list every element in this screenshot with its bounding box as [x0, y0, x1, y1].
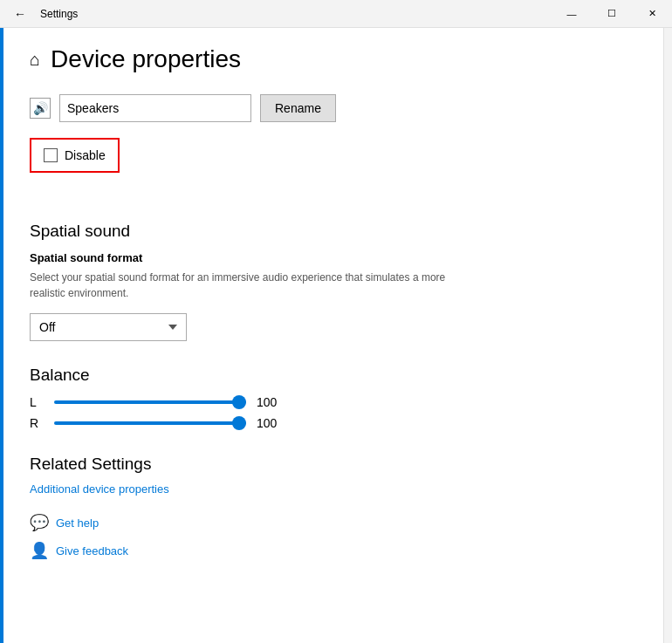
balance-section: Balance L 100 R 100 — [30, 366, 637, 430]
disable-section: Disable — [30, 138, 637, 197]
additional-device-properties-link[interactable]: Additional device properties — [30, 482, 637, 496]
left-channel-label: L — [30, 395, 44, 409]
disable-label[interactable]: Disable — [65, 148, 106, 162]
content-area: ⌂ Device properties 🔊 Rename Disable Spa… — [0, 28, 672, 643]
related-settings-section: Related Settings Additional device prope… — [30, 455, 637, 496]
bottom-links: 💬 Get help 👤 Give feedback — [30, 513, 637, 560]
title-bar-left: ← Settings — [7, 3, 78, 24]
get-help-link[interactable]: Get help — [56, 516, 99, 530]
give-feedback-link[interactable]: Give feedback — [56, 544, 128, 557]
give-feedback-icon: 👤 — [30, 541, 49, 560]
related-settings-title: Related Settings — [30, 455, 637, 474]
page-heading: ⌂ Device properties — [30, 45, 637, 73]
title-bar-title: Settings — [40, 8, 78, 20]
right-channel-value: 100 — [257, 416, 283, 430]
balance-right-row: R 100 — [30, 416, 637, 430]
balance-title: Balance — [30, 366, 637, 385]
speaker-icon: 🔊 — [30, 98, 51, 119]
left-channel-slider[interactable] — [54, 400, 246, 404]
scrollbar[interactable] — [663, 28, 672, 643]
main-panel: ⌂ Device properties 🔊 Rename Disable Spa… — [3, 28, 663, 643]
device-name-row: 🔊 Rename — [30, 94, 637, 122]
spatial-format-label: Spatial sound format — [30, 251, 637, 264]
spatial-sound-section: Spatial sound Spatial sound format Selec… — [30, 222, 637, 341]
spatial-description: Select your spatial sound format for an … — [30, 270, 449, 301]
spatial-sound-title: Spatial sound — [30, 222, 637, 241]
title-bar: ← Settings — ☐ ✕ — [0, 0, 672, 28]
get-help-row[interactable]: 💬 Get help — [30, 513, 637, 532]
disable-checkbox[interactable] — [44, 148, 58, 162]
back-button[interactable]: ← — [7, 3, 33, 24]
device-name-input[interactable] — [59, 94, 251, 122]
left-channel-value: 100 — [257, 395, 283, 409]
disable-row: Disable — [30, 138, 120, 173]
minimize-button[interactable]: — — [552, 0, 592, 28]
get-help-icon: 💬 — [30, 513, 49, 532]
title-bar-controls: — ☐ ✕ — [552, 0, 672, 28]
right-channel-slider[interactable] — [54, 421, 246, 425]
balance-left-row: L 100 — [30, 395, 637, 409]
spatial-sound-dropdown[interactable]: Off Windows Sonic for Headphones Dolby A… — [30, 313, 187, 341]
right-channel-label: R — [30, 416, 44, 430]
give-feedback-row[interactable]: 👤 Give feedback — [30, 541, 637, 560]
home-icon[interactable]: ⌂ — [30, 50, 40, 70]
maximize-button[interactable]: ☐ — [592, 0, 632, 28]
rename-button[interactable]: Rename — [260, 94, 336, 122]
close-button[interactable]: ✕ — [632, 0, 672, 28]
page-title: Device properties — [51, 45, 241, 73]
